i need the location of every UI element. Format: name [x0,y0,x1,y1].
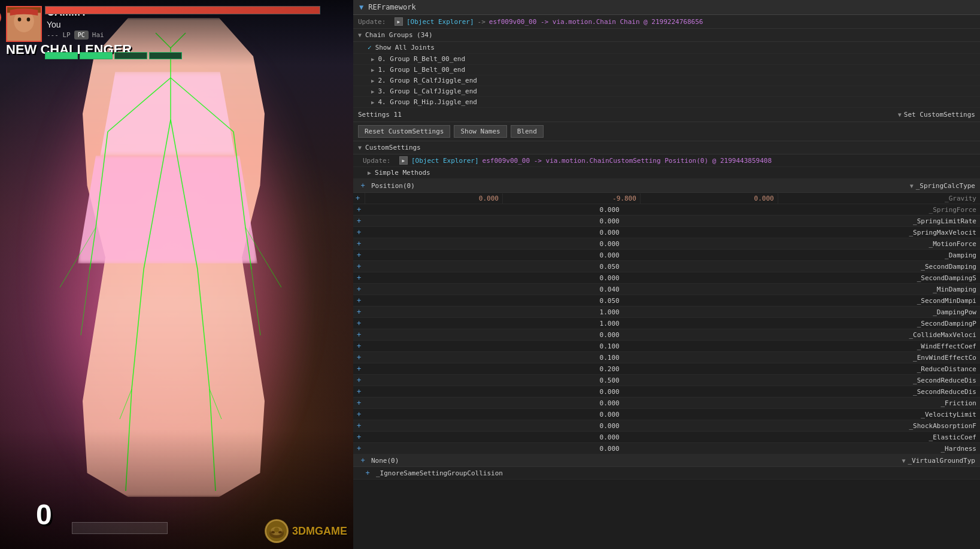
plus-btn[interactable]: + [357,410,361,418]
chain-groups-header[interactable]: ▼ Chain Groups (34) [353,29,980,42]
prop-val[interactable]: 0.050 [365,261,623,272]
velocity-limit-label: _VelocityLimit [623,409,980,420]
prop-val[interactable]: 0.000 [365,216,623,227]
set-custom-label: Set CustomSettings [904,111,975,119]
pos-val-y[interactable]: -9.800 [503,193,641,204]
super-bar [45,52,182,59]
svg-point-31 [278,531,282,533]
custom-settings-header[interactable]: ▼ CustomSettings [353,141,980,154]
show-names-btn[interactable]: Show Names [454,125,506,138]
prop-val[interactable]: 0.000 [365,409,623,420]
cs-update-row: Update: ▶ [Object Explorer] esf009v00_00… [353,154,980,167]
custom-settings-section[interactable]: ▼ CustomSettings Update: ▶ [Object Explo… [353,141,980,549]
prop-val[interactable]: 0.000 [365,398,623,409]
plus-btn[interactable]: + [357,365,361,373]
position-title: + Position(0) [358,181,415,190]
object-explorer-link[interactable]: [Object Explorer] [406,18,474,26]
show-all-joints-row[interactable]: ✓ Show All Joints [353,42,980,54]
set-custom-btn[interactable]: ▼ Set CustomSettings [898,111,975,119]
motion-force-label: _MotionForce [623,238,980,250]
table-row: + 0.000 _SecondDampingS [353,272,980,284]
prop-val[interactable]: 0.000 [365,443,623,454]
player-lp: --- LP [47,31,71,39]
group-item-3[interactable]: ▶ 3. Group L_CalfJiggle_end [353,86,980,97]
cs-object-explorer-link[interactable]: [Object Explorer] [411,157,479,165]
plus-btn[interactable]: + [357,353,361,362]
prop-val[interactable]: 0.100 [365,352,623,363]
prop-val[interactable]: 1.000 [365,307,623,318]
group-item-0[interactable]: ▶ 0. Group R_Belt_00_end [353,54,980,65]
prop-val[interactable]: 0.040 [365,284,623,295]
spring-type-btn[interactable]: ▼ _SpringCalcType [910,182,975,190]
plus-btn[interactable]: + [357,217,361,225]
prop-val[interactable]: 0.500 [365,375,623,386]
score-display: 0 [36,498,52,531]
prop-val[interactable]: 0.000 [365,227,623,238]
watermark: 3DMGAME [265,519,347,543]
group-item-2[interactable]: ▶ 2. Group R_CalfJiggle_end [353,75,980,86]
prop-val[interactable]: 0.050 [365,295,623,307]
blend-btn[interactable]: Blend [511,125,544,138]
plus-btn[interactable]: + [357,342,361,350]
prop-val[interactable]: 0.100 [365,341,623,352]
plus-btn[interactable]: + [357,376,361,384]
group-item-1[interactable]: ▶ 1. Group L_Belt_00_end [353,65,980,75]
re-framework-panel: ▼ REFramework Update: ▶ [Object Explorer… [353,0,980,549]
player-you-label: You [47,20,104,29]
prop-val[interactable]: 0.000 [365,250,623,261]
reset-btn[interactable]: Reset CustomSettings [358,125,450,138]
plus-btn[interactable]: + [357,319,361,327]
plus-btn[interactable]: + [357,285,361,293]
elastic-coef-label: _ElasticCoef [623,432,980,443]
cs-update-play-btn[interactable]: ▶ [399,156,408,165]
pos-plus-1[interactable]: + [356,194,360,202]
table-row: + 0.000 _MotionForce [353,238,980,250]
watermark-text: 3DMGAME [292,525,347,538]
plus-btn[interactable]: + [357,296,361,305]
prop-val[interactable]: 0.000 [365,329,623,341]
plus-btn[interactable]: + [357,228,361,236]
plus-btn[interactable]: + [357,239,361,248]
table-row: + 0.050 _SecondDamping [353,261,980,272]
group-name-3: 3. Group L_CalfJiggle_end [378,87,477,95]
prop-val[interactable]: 0.000 [365,238,623,250]
prop-val[interactable]: 0.000 [365,204,623,216]
prop-val[interactable]: 0.000 [365,420,623,432]
ignore-plus-btn[interactable]: + [363,469,372,477]
plus-btn[interactable]: + [357,274,361,282]
pos-val-z[interactable]: 0.000 [641,193,778,204]
none-plus-btn[interactable]: + [358,456,368,465]
prop-val[interactable]: 0.000 [365,432,623,443]
plus-btn[interactable]: + [357,421,361,430]
group-item-4[interactable]: ▶ 4. Group R_Hip.Jiggle_end [353,97,980,108]
table-row: + 0.000 _CollideMaxVeloci [353,329,980,341]
table-row: + 0.000 _ShockAbsorptionF [353,420,980,432]
prop-val[interactable]: 0.000 [365,386,623,398]
plus-btn[interactable]: + [357,262,361,271]
svg-line-17 [60,228,96,287]
svg-point-24 [27,17,31,22]
plus-btn[interactable]: + [357,205,361,214]
prop-val[interactable]: 0.000 [365,272,623,284]
update-play-btn[interactable]: ▶ [395,17,403,26]
plus-btn[interactable]: + [357,308,361,316]
simple-methods-row[interactable]: ▶ Simple Methods [353,167,980,179]
virtual-ground-btn[interactable]: ▼ _VirtualGroundTyp [902,457,975,465]
plus-btn[interactable]: + [357,399,361,407]
update-label: Update: [358,18,391,26]
svg-line-2 [171,78,233,132]
plus-btn[interactable]: + [357,330,361,339]
plus-btn[interactable]: + [357,433,361,441]
simple-methods-label: Simple Methods [375,169,430,177]
plus-btn[interactable]: + [357,251,361,259]
checkmark-icon: ✓ [368,44,372,51]
plus-btn[interactable]: + [357,444,361,453]
spring-max-vel-label: _SpringMaxVelocit [623,227,980,238]
pos-val-x[interactable]: 0.000 [365,193,503,204]
wind-coef-label: _WindEffectCoef [623,341,980,352]
position-plus-btn[interactable]: + [358,181,368,190]
prop-val[interactable]: 1.000 [365,318,623,329]
plus-btn[interactable]: + [357,387,361,396]
prop-val[interactable]: 0.200 [365,363,623,375]
re-title-icon: ▼ [359,3,363,11]
